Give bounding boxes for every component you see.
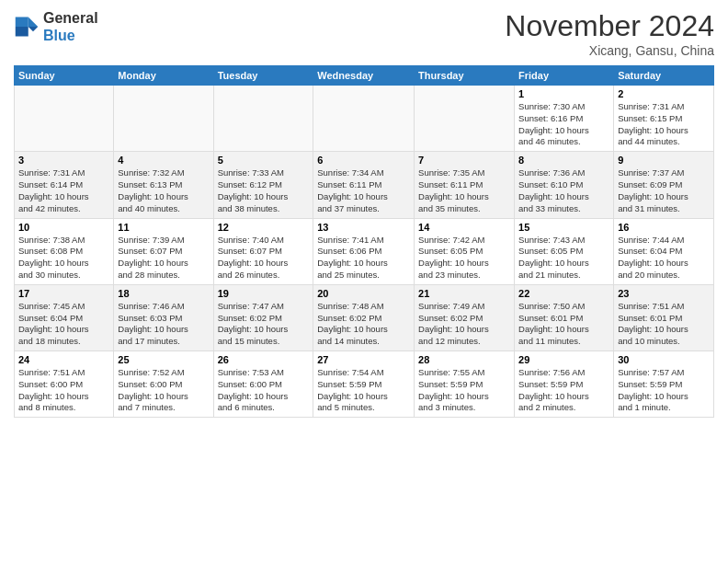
day-number: 19 [218,288,310,299]
day-info: Sunrise: 7:46 AM Sunset: 6:03 PM Dayligh… [118,301,209,348]
calendar-day-cell: 4Sunrise: 7:32 AM Sunset: 6:13 PM Daylig… [114,152,213,218]
day-info: Sunrise: 7:35 AM Sunset: 6:11 PM Dayligh… [418,167,510,214]
calendar-header: General Blue November 2024 Xicang, Gansu… [14,9,714,58]
calendar-day-cell: 24Sunrise: 7:51 AM Sunset: 6:00 PM Dayli… [15,351,114,418]
calendar-day-cell: 15Sunrise: 7:43 AM Sunset: 6:05 PM Dayli… [515,218,614,284]
day-number: 4 [118,155,209,166]
day-number: 20 [317,288,410,299]
calendar-day-cell: 18Sunrise: 7:46 AM Sunset: 6:03 PM Dayli… [114,284,213,350]
day-info: Sunrise: 7:47 AM Sunset: 6:02 PM Dayligh… [218,301,310,348]
calendar-day-cell [114,86,213,152]
calendar-day-cell: 26Sunrise: 7:53 AM Sunset: 6:00 PM Dayli… [213,351,313,418]
calendar-day-cell: 25Sunrise: 7:52 AM Sunset: 6:00 PM Dayli… [114,351,213,418]
calendar-day-cell: 5Sunrise: 7:33 AM Sunset: 6:12 PM Daylig… [213,152,313,218]
svg-rect-3 [16,27,28,37]
calendar-week-row: 3Sunrise: 7:31 AM Sunset: 6:14 PM Daylig… [15,152,714,218]
day-number: 30 [618,354,710,365]
day-number: 13 [317,222,410,233]
day-info: Sunrise: 7:51 AM Sunset: 6:01 PM Dayligh… [618,301,710,348]
day-info: Sunrise: 7:55 AM Sunset: 5:59 PM Dayligh… [418,367,510,414]
calendar-day-cell: 1Sunrise: 7:30 AM Sunset: 6:16 PM Daylig… [515,86,614,152]
day-info: Sunrise: 7:57 AM Sunset: 5:59 PM Dayligh… [618,367,710,414]
day-info: Sunrise: 7:50 AM Sunset: 6:01 PM Dayligh… [518,301,609,348]
calendar-week-row: 17Sunrise: 7:45 AM Sunset: 6:04 PM Dayli… [15,284,714,350]
calendar-day-cell: 14Sunrise: 7:42 AM Sunset: 6:05 PM Dayli… [415,218,515,284]
logo: General Blue [14,9,98,44]
day-info: Sunrise: 7:52 AM Sunset: 6:00 PM Dayligh… [118,367,209,414]
calendar-day-cell: 13Sunrise: 7:41 AM Sunset: 6:06 PM Dayli… [313,218,415,284]
svg-marker-0 [28,17,39,28]
day-number: 1 [518,88,609,99]
day-number: 5 [218,155,310,166]
calendar-day-cell [213,86,313,152]
calendar-day-cell: 8Sunrise: 7:36 AM Sunset: 6:10 PM Daylig… [515,152,614,218]
calendar-container: General Blue November 2024 Xicang, Gansu… [0,0,728,422]
day-number: 12 [218,222,310,233]
logo-general: General [43,10,98,26]
calendar-day-cell: 30Sunrise: 7:57 AM Sunset: 5:59 PM Dayli… [614,351,714,418]
day-info: Sunrise: 7:44 AM Sunset: 6:04 PM Dayligh… [618,235,710,282]
day-info: Sunrise: 7:51 AM Sunset: 6:00 PM Dayligh… [18,367,109,414]
logo-icon [14,14,40,40]
calendar-week-row: 24Sunrise: 7:51 AM Sunset: 6:00 PM Dayli… [15,351,714,418]
calendar-day-cell [15,86,114,152]
svg-rect-2 [16,17,28,28]
day-info: Sunrise: 7:37 AM Sunset: 6:09 PM Dayligh… [618,167,710,214]
day-info: Sunrise: 7:38 AM Sunset: 6:08 PM Dayligh… [18,235,109,282]
calendar-day-cell: 9Sunrise: 7:37 AM Sunset: 6:09 PM Daylig… [614,152,714,218]
day-info: Sunrise: 7:43 AM Sunset: 6:05 PM Dayligh… [518,235,609,282]
day-number: 7 [418,155,510,166]
day-info: Sunrise: 7:39 AM Sunset: 6:07 PM Dayligh… [118,235,209,282]
day-number: 24 [18,354,109,365]
calendar-day-cell: 11Sunrise: 7:39 AM Sunset: 6:07 PM Dayli… [114,218,213,284]
day-number: 23 [618,288,710,299]
day-number: 14 [418,222,510,233]
day-info: Sunrise: 7:31 AM Sunset: 6:15 PM Dayligh… [618,101,710,148]
day-info: Sunrise: 7:32 AM Sunset: 6:13 PM Dayligh… [118,167,209,214]
day-number: 11 [118,222,209,233]
day-number: 27 [317,354,410,365]
logo-blue: Blue [43,28,75,43]
col-thursday: Thursday [415,66,515,86]
col-monday: Monday [114,66,213,86]
day-number: 21 [418,288,510,299]
day-info: Sunrise: 7:45 AM Sunset: 6:04 PM Dayligh… [18,301,109,348]
col-saturday: Saturday [614,66,714,86]
title-block: November 2024 Xicang, Gansu, China [505,9,714,58]
day-number: 26 [218,354,310,365]
day-info: Sunrise: 7:42 AM Sunset: 6:05 PM Dayligh… [418,235,510,282]
month-title: November 2024 [505,9,714,43]
logo-text: General Blue [43,9,98,44]
day-info: Sunrise: 7:30 AM Sunset: 6:16 PM Dayligh… [518,101,609,148]
day-number: 15 [518,222,609,233]
calendar-day-cell: 29Sunrise: 7:56 AM Sunset: 5:59 PM Dayli… [515,351,614,418]
day-number: 10 [18,222,109,233]
day-number: 3 [18,155,109,166]
col-wednesday: Wednesday [313,66,415,86]
day-number: 16 [618,222,710,233]
calendar-day-cell: 19Sunrise: 7:47 AM Sunset: 6:02 PM Dayli… [213,284,313,350]
calendar-day-cell: 17Sunrise: 7:45 AM Sunset: 6:04 PM Dayli… [15,284,114,350]
calendar-day-cell: 20Sunrise: 7:48 AM Sunset: 6:02 PM Dayli… [313,284,415,350]
calendar-table: Sunday Monday Tuesday Wednesday Thursday… [14,65,714,418]
day-info: Sunrise: 7:53 AM Sunset: 6:00 PM Dayligh… [218,367,310,414]
day-number: 2 [618,88,710,99]
calendar-day-cell: 10Sunrise: 7:38 AM Sunset: 6:08 PM Dayli… [15,218,114,284]
svg-marker-1 [28,27,39,31]
calendar-day-cell: 3Sunrise: 7:31 AM Sunset: 6:14 PM Daylig… [15,152,114,218]
calendar-day-cell: 16Sunrise: 7:44 AM Sunset: 6:04 PM Dayli… [614,218,714,284]
day-number: 18 [118,288,209,299]
calendar-week-row: 10Sunrise: 7:38 AM Sunset: 6:08 PM Dayli… [15,218,714,284]
day-number: 28 [418,354,510,365]
day-number: 6 [317,155,410,166]
col-friday: Friday [515,66,614,86]
location: Xicang, Gansu, China [505,43,714,58]
day-number: 8 [518,155,609,166]
calendar-day-cell: 23Sunrise: 7:51 AM Sunset: 6:01 PM Dayli… [614,284,714,350]
day-number: 9 [618,155,710,166]
calendar-week-row: 1Sunrise: 7:30 AM Sunset: 6:16 PM Daylig… [15,86,714,152]
calendar-header-row: Sunday Monday Tuesday Wednesday Thursday… [15,66,714,86]
calendar-day-cell [415,86,515,152]
day-number: 17 [18,288,109,299]
day-info: Sunrise: 7:56 AM Sunset: 5:59 PM Dayligh… [518,367,609,414]
